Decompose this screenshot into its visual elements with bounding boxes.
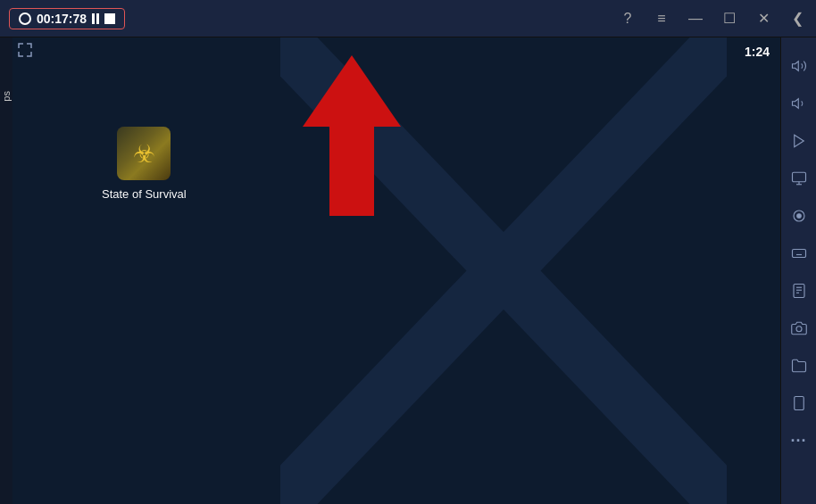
stop-button[interactable] bbox=[104, 13, 115, 24]
help-button[interactable]: ? bbox=[618, 9, 637, 29]
svg-line-1 bbox=[280, 37, 727, 504]
close-button[interactable]: ✕ bbox=[754, 9, 773, 29]
volume-low-icon[interactable] bbox=[785, 89, 813, 118]
phone-icon[interactable] bbox=[785, 389, 813, 417]
recording-timer: 00:17:78 bbox=[9, 8, 125, 29]
svg-rect-11 bbox=[792, 250, 805, 258]
volume-high-icon[interactable] bbox=[785, 52, 813, 80]
left-strip-label: ps bbox=[1, 91, 12, 102]
svg-marker-4 bbox=[792, 99, 798, 109]
expand-button[interactable] bbox=[18, 43, 32, 61]
svg-line-0 bbox=[280, 37, 727, 504]
svg-marker-5 bbox=[794, 135, 804, 147]
recording-circle-icon bbox=[19, 12, 31, 25]
maximize-button[interactable]: ☐ bbox=[720, 9, 739, 29]
keyboard-icon[interactable] bbox=[785, 239, 813, 268]
app-icon-inner: ☣ bbox=[117, 127, 171, 180]
screenshot-icon[interactable] bbox=[785, 314, 813, 343]
folder-icon[interactable] bbox=[785, 351, 813, 380]
background-decoration bbox=[280, 37, 727, 504]
play-icon[interactable] bbox=[785, 127, 813, 155]
svg-point-21 bbox=[796, 326, 802, 332]
more-options-icon[interactable]: ··· bbox=[785, 426, 813, 455]
titlebar-left: 00:17:78 bbox=[9, 8, 125, 29]
main-area: ps 1:24 ☣ State of bbox=[0, 37, 816, 504]
back-button[interactable]: ❮ bbox=[787, 9, 807, 29]
arrow-head bbox=[303, 55, 401, 127]
titlebar-right: ? ≡ — ☐ ✕ ❮ bbox=[618, 9, 807, 29]
content-area: 1:24 ☣ State of Survival bbox=[12, 37, 780, 504]
minimize-button[interactable]: — bbox=[686, 9, 705, 29]
svg-rect-22 bbox=[794, 397, 804, 410]
menu-button[interactable]: ≡ bbox=[652, 9, 671, 29]
display-icon[interactable] bbox=[785, 164, 813, 193]
app-icon: ☣ bbox=[117, 127, 171, 180]
svg-marker-3 bbox=[792, 62, 798, 71]
right-sidebar: ··· bbox=[780, 37, 816, 504]
app-label: State of Survival bbox=[102, 187, 187, 201]
svg-point-10 bbox=[796, 214, 801, 219]
left-strip: ps bbox=[0, 37, 12, 504]
timestamp-display: 1:24 bbox=[745, 45, 770, 59]
biohazard-symbol: ☣ bbox=[133, 139, 155, 169]
titlebar: 00:17:78 ? ≡ — ☐ ✕ ❮ bbox=[0, 0, 816, 37]
timer-display: 00:17:78 bbox=[37, 12, 87, 26]
svg-rect-6 bbox=[792, 172, 805, 182]
app-icon-container[interactable]: ☣ State of Survival bbox=[102, 127, 187, 201]
pause-button[interactable] bbox=[92, 13, 99, 24]
record-icon[interactable] bbox=[785, 202, 813, 230]
svg-line-2 bbox=[280, 37, 727, 504]
svg-rect-17 bbox=[794, 285, 804, 298]
apk-icon[interactable] bbox=[785, 277, 813, 305]
arrow-shaft bbox=[329, 127, 374, 216]
